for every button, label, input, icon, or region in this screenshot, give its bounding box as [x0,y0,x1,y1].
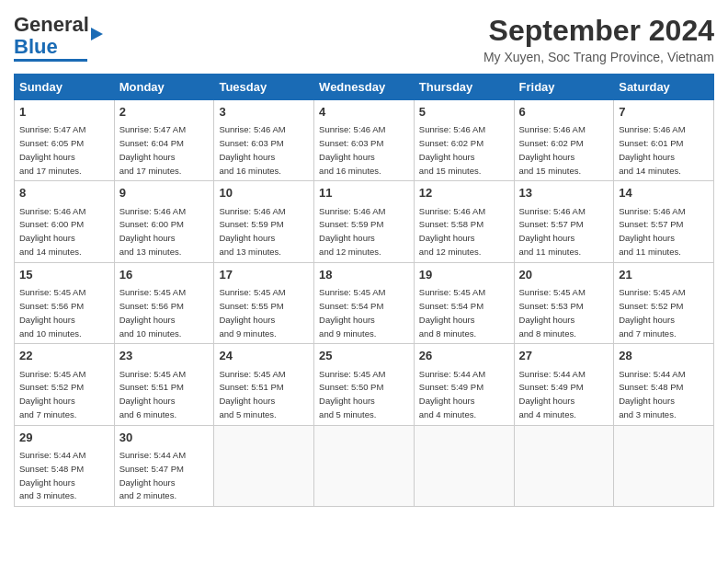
day-cell: 26 Sunrise: 5:44 AMSunset: 5:49 PMDaylig… [414,344,514,425]
day-cell: 10 Sunrise: 5:46 AMSunset: 5:59 PMDaylig… [214,181,314,262]
day-number: 28 [619,348,709,364]
day-cell: 11 Sunrise: 5:46 AMSunset: 5:59 PMDaylig… [314,181,415,262]
day-info: Sunrise: 5:45 AMSunset: 5:50 PMDaylight … [319,369,385,419]
day-number: 2 [119,104,210,121]
day-info: Sunrise: 5:46 AMSunset: 6:00 PMDaylight … [119,206,186,257]
day-cell: 13 Sunrise: 5:46 AMSunset: 5:57 PMDaylig… [514,181,614,262]
day-cell: 19 Sunrise: 5:45 AMSunset: 5:54 PMDaylig… [414,262,514,343]
day-info: Sunrise: 5:45 AMSunset: 5:56 PMDaylight … [19,287,85,338]
day-info: Sunrise: 5:46 AMSunset: 6:03 PMDaylight … [319,124,385,175]
day-number: 5 [419,104,509,121]
week-row-4: 22 Sunrise: 5:45 AMSunset: 5:52 PMDaylig… [15,344,714,425]
day-cell: 23 Sunrise: 5:45 AMSunset: 5:51 PMDaylig… [114,344,214,425]
day-info: Sunrise: 5:44 AMSunset: 5:49 PMDaylight … [419,369,485,419]
day-number: 16 [119,267,210,283]
day-number: 6 [519,104,609,121]
day-cell [614,425,714,506]
day-number: 15 [19,267,109,283]
day-number: 18 [319,267,409,283]
day-info: Sunrise: 5:44 AMSunset: 5:48 PMDaylight … [619,369,685,419]
day-number: 17 [219,267,309,283]
day-number: 3 [219,104,309,121]
day-number: 12 [419,185,509,201]
day-number: 24 [219,348,309,364]
day-info: Sunrise: 5:45 AMSunset: 5:52 PMDaylight … [19,369,85,419]
day-cell: 4 Sunrise: 5:46 AMSunset: 6:03 PMDayligh… [314,100,415,181]
day-number: 19 [419,267,509,283]
logo-blue: Blue [14,35,58,58]
day-number: 7 [619,104,709,121]
day-number: 25 [319,348,409,364]
day-info: Sunrise: 5:45 AMSunset: 5:54 PMDaylight … [319,287,385,338]
logo-general: General [14,13,89,36]
day-number: 4 [319,104,409,121]
day-info: Sunrise: 5:47 AMSunset: 6:04 PMDaylight … [119,124,186,175]
day-info: Sunrise: 5:45 AMSunset: 5:52 PMDaylight … [619,287,685,338]
day-info: Sunrise: 5:46 AMSunset: 5:58 PMDaylight … [419,206,485,257]
day-info: Sunrise: 5:46 AMSunset: 5:57 PMDaylight … [619,206,685,257]
day-info: Sunrise: 5:45 AMSunset: 5:53 PMDaylight … [519,287,586,338]
title-area: September 2024 My Xuyen, Soc Trang Provi… [483,14,714,64]
calendar: SundayMondayTuesdayWednesdayThursdayFrid… [14,74,714,507]
day-cell [414,425,514,506]
day-number: 13 [519,185,609,201]
day-info: Sunrise: 5:44 AMSunset: 5:48 PMDaylight … [19,450,85,500]
day-number: 10 [219,185,309,201]
week-row-3: 15 Sunrise: 5:45 AMSunset: 5:56 PMDaylig… [15,262,714,343]
day-info: Sunrise: 5:44 AMSunset: 5:49 PMDaylight … [519,369,586,419]
location-title: My Xuyen, Soc Trang Province, Vietnam [483,50,714,64]
day-info: Sunrise: 5:47 AMSunset: 6:05 PMDaylight … [19,124,85,175]
day-cell: 17 Sunrise: 5:45 AMSunset: 5:55 PMDaylig… [214,262,314,343]
week-row-1: 1 Sunrise: 5:47 AMSunset: 6:05 PMDayligh… [15,100,714,181]
month-title: September 2024 [483,14,714,48]
day-cell: 9 Sunrise: 5:46 AMSunset: 6:00 PMDayligh… [114,181,214,262]
header: General Blue September 2024 My Xuyen, So… [14,14,714,64]
day-cell: 22 Sunrise: 5:45 AMSunset: 5:52 PMDaylig… [15,344,115,425]
day-cell: 29 Sunrise: 5:44 AMSunset: 5:48 PMDaylig… [15,425,115,506]
day-info: Sunrise: 5:46 AMSunset: 6:02 PMDaylight … [419,124,485,175]
day-info: Sunrise: 5:46 AMSunset: 5:57 PMDaylight … [519,206,586,257]
day-number: 22 [19,348,109,364]
day-info: Sunrise: 5:45 AMSunset: 5:56 PMDaylight … [119,287,186,338]
weekday-header-saturday: Saturday [614,75,714,100]
day-cell: 15 Sunrise: 5:45 AMSunset: 5:56 PMDaylig… [15,262,115,343]
day-number: 23 [119,348,210,364]
day-cell: 7 Sunrise: 5:46 AMSunset: 6:01 PMDayligh… [614,100,714,181]
day-info: Sunrise: 5:46 AMSunset: 6:00 PMDaylight … [19,206,85,257]
weekday-header-sunday: Sunday [15,75,115,100]
day-cell: 6 Sunrise: 5:46 AMSunset: 6:02 PMDayligh… [514,100,614,181]
weekday-header-friday: Friday [514,75,614,100]
day-cell: 24 Sunrise: 5:45 AMSunset: 5:51 PMDaylig… [214,344,314,425]
day-cell: 2 Sunrise: 5:47 AMSunset: 6:04 PMDayligh… [114,100,214,181]
day-cell [314,425,415,506]
day-number: 30 [119,430,210,446]
weekday-header-tuesday: Tuesday [214,75,314,100]
day-info: Sunrise: 5:46 AMSunset: 5:59 PMDaylight … [319,206,385,257]
day-cell: 18 Sunrise: 5:45 AMSunset: 5:54 PMDaylig… [314,262,415,343]
day-cell: 20 Sunrise: 5:45 AMSunset: 5:53 PMDaylig… [514,262,614,343]
weekday-header-row: SundayMondayTuesdayWednesdayThursdayFrid… [15,75,714,100]
week-row-5: 29 Sunrise: 5:44 AMSunset: 5:48 PMDaylig… [15,425,714,506]
day-info: Sunrise: 5:45 AMSunset: 5:51 PMDaylight … [119,369,186,419]
day-cell: 14 Sunrise: 5:46 AMSunset: 5:57 PMDaylig… [614,181,714,262]
day-number: 21 [619,267,709,283]
day-cell: 28 Sunrise: 5:44 AMSunset: 5:48 PMDaylig… [614,344,714,425]
day-info: Sunrise: 5:46 AMSunset: 6:01 PMDaylight … [619,124,685,175]
weekday-header-thursday: Thursday [414,75,514,100]
day-cell: 27 Sunrise: 5:44 AMSunset: 5:49 PMDaylig… [514,344,614,425]
day-cell: 12 Sunrise: 5:46 AMSunset: 5:58 PMDaylig… [414,181,514,262]
day-cell: 25 Sunrise: 5:45 AMSunset: 5:50 PMDaylig… [314,344,415,425]
day-number: 8 [19,185,109,201]
day-cell: 30 Sunrise: 5:44 AMSunset: 5:47 PMDaylig… [114,425,214,506]
day-info: Sunrise: 5:45 AMSunset: 5:55 PMDaylight … [219,287,285,338]
weekday-header-wednesday: Wednesday [314,75,415,100]
day-number: 9 [119,185,210,201]
day-cell: 21 Sunrise: 5:45 AMSunset: 5:52 PMDaylig… [614,262,714,343]
day-number: 14 [619,185,709,201]
day-number: 26 [419,348,509,364]
day-info: Sunrise: 5:45 AMSunset: 5:51 PMDaylight … [219,369,285,419]
day-info: Sunrise: 5:46 AMSunset: 5:59 PMDaylight … [219,206,285,257]
day-info: Sunrise: 5:46 AMSunset: 6:03 PMDaylight … [219,124,285,175]
day-cell [514,425,614,506]
day-number: 11 [319,185,409,201]
